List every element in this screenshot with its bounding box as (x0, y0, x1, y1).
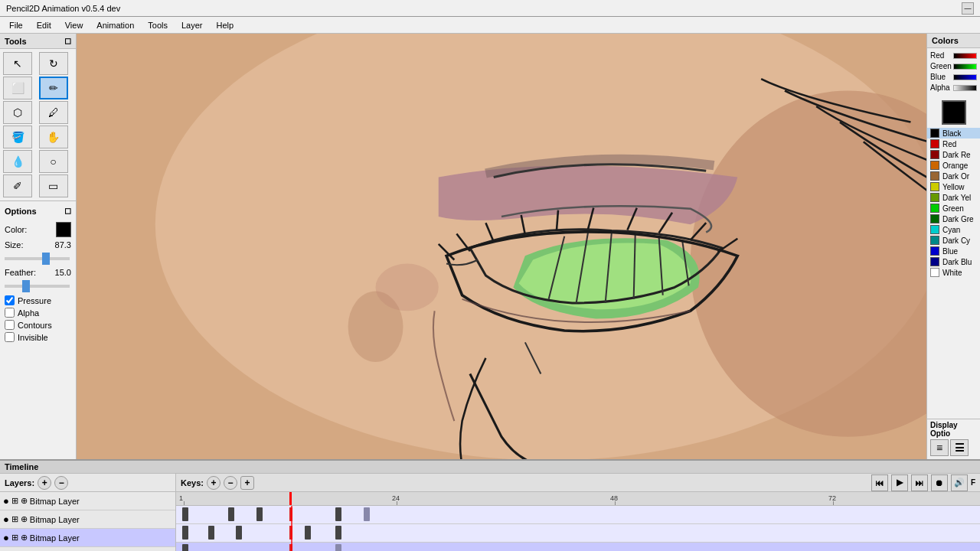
color-name-red: Red (942, 140, 956, 148)
go-end-button[interactable]: ⏭ (911, 474, 928, 491)
timeline-title: Timeline (5, 462, 38, 471)
layer-row-1: ● ⊞ ⊕ Bitmap Layer (0, 510, 175, 529)
menu-animation[interactable]: Animation (90, 19, 140, 31)
red-slider[interactable] (953, 53, 977, 59)
layer-icon-group-1: ⊕ (21, 514, 28, 524)
layer-vis-2[interactable]: ● (3, 532, 9, 543)
play-button[interactable]: ▶ (891, 474, 908, 491)
color-option-row: Color: (5, 222, 71, 237)
color-item-orange[interactable]: Orange (927, 160, 980, 171)
color-item-white[interactable]: White (927, 267, 980, 278)
color-name-cyan: Cyan (942, 226, 960, 234)
pencil2-tool[interactable]: ✐ (3, 174, 32, 197)
invisible-checkbox[interactable] (5, 332, 15, 342)
frame-marker-1-1 (208, 526, 214, 540)
color-name-blue: Blue (942, 247, 958, 256)
select-tool[interactable]: ↖ (3, 52, 32, 75)
rotate-tool[interactable]: ↻ (39, 52, 68, 75)
frame-marker-0-0 (182, 507, 188, 521)
color-item-blue[interactable]: Blue (927, 246, 980, 256)
eyedropper-tool[interactable]: 💧 (3, 150, 32, 173)
remove-layer-button[interactable]: − (54, 476, 68, 490)
timeline-header: Timeline (0, 461, 980, 474)
alpha-slider[interactable] (953, 85, 977, 91)
tools-title: Tools (5, 37, 27, 46)
pencil-tool[interactable]: ✏ (39, 77, 68, 99)
add-key-button[interactable]: + (207, 476, 220, 490)
feather-slider[interactable] (5, 285, 70, 288)
add-layer-button[interactable]: + (38, 476, 51, 490)
ruler-mark-1: 1 (179, 494, 183, 502)
frame-marker-0-5 (364, 507, 370, 521)
color-item-darkred[interactable]: Dark Re (927, 149, 980, 160)
contours-row: Contours (5, 320, 71, 330)
display-options-label: Display Optio (930, 421, 958, 438)
fill-tool[interactable]: 🪣 (3, 126, 32, 148)
go-start-button[interactable]: ⏮ (871, 474, 888, 491)
menu-file[interactable]: File (3, 19, 29, 31)
color-item-darkyellow[interactable]: Dark Yel (927, 192, 980, 203)
pressure-checkbox[interactable] (5, 295, 15, 305)
display-option-btn-1[interactable]: ≡ (930, 439, 949, 456)
green-label: Green (930, 62, 952, 70)
smudge-tool[interactable]: ○ (39, 150, 68, 173)
color-item-black[interactable]: Black (927, 128, 980, 139)
hand-tool[interactable]: ✋ (39, 126, 68, 148)
eraser-tool[interactable]: ▭ (39, 174, 68, 197)
minimize-button[interactable]: — (962, 2, 974, 15)
display-option-btn-2[interactable]: ☰ (950, 439, 969, 456)
menu-layer[interactable]: Layer (175, 19, 209, 31)
poly-tool[interactable]: ⬡ (3, 101, 32, 124)
colors-title: Colors (932, 36, 959, 45)
menu-view[interactable]: View (59, 19, 90, 31)
color-list: Black Red Dark Re Orange Dark Or Yellow (927, 128, 980, 419)
color-name-white: White (942, 269, 962, 277)
volume-button[interactable]: 🔊 (951, 474, 968, 491)
layer-row-2: ● ⊞ ⊕ Bitmap Layer (0, 529, 175, 547)
options-collapse[interactable]: ◻ (64, 206, 71, 216)
size-slider[interactable] (5, 257, 70, 260)
alpha-checkbox[interactable] (5, 308, 15, 318)
frame-marker-1-0 (182, 526, 188, 540)
alpha-label: Alpha (18, 308, 39, 318)
color-item-darkorange[interactable]: Dark Or (927, 171, 980, 181)
feather-slider-container (5, 280, 71, 289)
color-swatch[interactable] (56, 222, 71, 237)
color-item-red[interactable]: Red (927, 139, 980, 149)
layer-vis-1[interactable]: ● (3, 514, 9, 525)
blue-slider[interactable] (953, 74, 977, 80)
color-item-green[interactable]: Green (927, 203, 980, 214)
timeline-frames[interactable] (176, 506, 980, 551)
feather-label: Feather: (5, 268, 36, 277)
menu-edit[interactable]: Edit (31, 19, 57, 31)
menu-tools[interactable]: Tools (142, 19, 174, 31)
color-item-darkgreen[interactable]: Dark Gre (927, 214, 980, 224)
pen-tool[interactable]: 🖊 (39, 101, 68, 124)
color-item-darkblue[interactable]: Dark Blu (927, 256, 980, 267)
app-title: Pencil2D Animation v0.5.4 dev (6, 4, 120, 13)
layer-vis-0[interactable]: ● (3, 495, 9, 507)
color-name-orange: Orange (942, 161, 968, 170)
frame-row-2 (176, 543, 980, 551)
layer-icon-2: ⊞ (11, 533, 18, 543)
color-item-yellow[interactable]: Yellow (927, 181, 980, 192)
duplicate-key-button[interactable]: + (240, 476, 254, 490)
canvas-area[interactable] (77, 34, 926, 459)
timeline-panel: Timeline Layers: + − ● ⊞ ⊕ Bitmap Layer … (0, 459, 980, 551)
remove-key-button[interactable]: − (224, 476, 237, 490)
green-slider[interactable] (953, 64, 977, 70)
contours-checkbox[interactable] (5, 320, 15, 330)
color-item-darkcyan[interactable]: Dark Cy (927, 235, 980, 246)
record-button[interactable]: ⏺ (931, 474, 948, 491)
layer-name-1: Bitmap Layer (30, 515, 80, 524)
options-title: Options (5, 207, 37, 216)
pressure-label: Pressure (18, 296, 51, 305)
ruler-mark-48: 48 (610, 494, 618, 502)
tools-collapse[interactable]: ◻ (64, 36, 71, 46)
color-item-cyan[interactable]: Cyan (927, 224, 980, 235)
rect-select-tool[interactable]: ⬜ (3, 77, 32, 99)
menu-help[interactable]: Help (211, 19, 240, 31)
ruler-mark-24: 24 (392, 494, 400, 502)
current-color-swatch[interactable] (942, 100, 966, 125)
alpha-slider-row: Alpha (930, 83, 977, 92)
